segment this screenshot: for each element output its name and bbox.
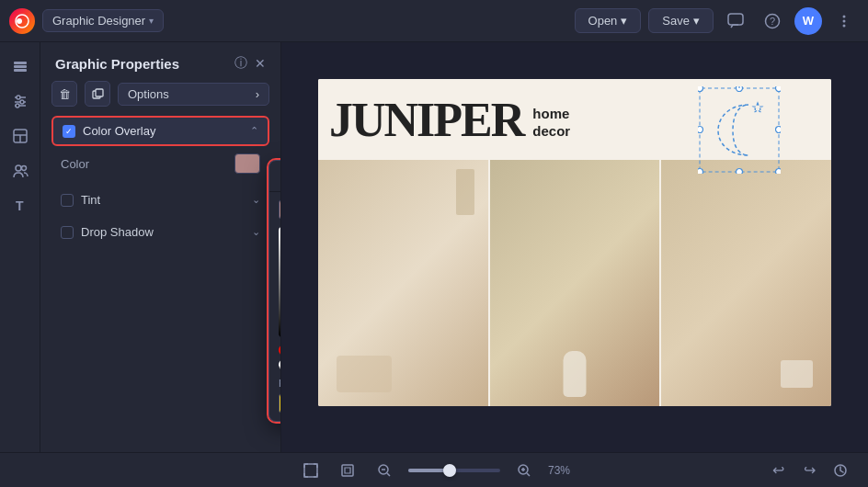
drop-shadow-section: Drop Shadow ⌄ [40,219,280,245]
photo-1 [318,160,488,406]
zoom-slider[interactable] [408,469,500,472]
drop-shadow-checkbox[interactable] [61,226,74,239]
color-overlay-section: ✓ Color Overlay ⌃ Color [40,116,280,181]
svg-point-36 [776,127,782,133]
icon-bar: T [0,42,40,452]
drop-shadow-row[interactable]: Drop Shadow ⌄ [51,219,269,245]
bottom-right-buttons: ↩ ↪ [765,458,853,483]
color-overlay-label: Color Overlay [83,124,243,138]
save-button[interactable]: Save ▾ [648,8,714,33]
svg-text:?: ? [770,16,775,27]
options-button[interactable]: Options › [118,83,269,106]
svg-line-49 [527,473,530,476]
svg-point-38 [698,127,703,133]
duplicate-button[interactable] [85,81,110,107]
delete-button[interactable]: 🗑 [51,81,77,107]
svg-point-32 [776,86,782,92]
info-icon[interactable]: ⓘ [234,55,247,72]
photo-grid [318,160,831,406]
tint-row[interactable]: Tint ⌄ [51,187,269,213]
app-title: Graphic Designer [52,14,145,28]
svg-text:T: T [16,198,24,213]
svg-point-6 [843,19,846,22]
tint-label: Tint [81,193,252,207]
svg-point-33 [698,169,703,175]
tint-chevron-icon: ⌄ [252,194,260,206]
svg-point-14 [20,100,24,104]
fit-icon-button[interactable] [335,458,360,483]
color-overlay-chevron-icon: ⌃ [250,125,258,137]
color-row: Color [51,146,269,181]
svg-rect-9 [14,65,27,68]
photo-3 [661,160,831,406]
user-avatar[interactable]: W [794,7,822,35]
layout-icon-button[interactable] [6,121,35,151]
panel-toolbar: 🗑 Options › [40,81,280,116]
expand-icon-button[interactable] [298,458,324,483]
svg-point-37 [737,169,743,175]
options-chevron-icon: › [256,87,259,101]
picker-tabs: Picker Library [269,161,281,192]
redo-button[interactable]: ↪ [796,458,822,483]
drop-shadow-chevron-icon: ⌄ [252,226,260,238]
open-button[interactable]: Open ▾ [575,8,642,33]
moon-selection [698,86,781,174]
text-icon-button[interactable]: T [6,191,35,221]
zoom-in-button[interactable] [511,458,537,483]
svg-rect-30 [700,88,779,172]
more-options-icon-button[interactable] [829,6,859,36]
svg-point-1 [17,18,22,24]
svg-point-34 [776,169,782,175]
zoom-value: 73% [548,464,570,477]
zoom-slider-thumb [443,464,456,477]
banner-sub-line1: home [532,105,570,123]
svg-rect-10 [14,69,27,72]
photo-2 [490,160,660,406]
tint-section: Tint ⌄ [40,187,280,213]
color-picker-popup: Picker Library [268,160,281,422]
color-overlay-toggle[interactable]: ✓ Color Overlay ⌃ [51,116,269,146]
svg-line-45 [387,473,390,476]
color-swatch[interactable] [234,153,260,174]
svg-rect-24 [96,89,103,96]
save-chevron-icon: ▾ [693,14,700,28]
panel-header: Graphic Properties ⓘ ✕ [40,42,280,81]
app-selector[interactable]: Graphic Designer ▾ [42,9,164,32]
app-chevron-icon: ▾ [149,16,154,26]
svg-point-7 [843,24,846,27]
chat-icon-button[interactable] [721,6,750,36]
people-icon-button[interactable] [6,156,35,186]
layers-icon-button[interactable] [6,51,35,81]
panel-title: Graphic Properties [55,56,227,72]
svg-point-5 [843,15,846,17]
properties-panel: Graphic Properties ⓘ ✕ 🗑 Options › ✓ Col… [40,42,281,452]
zoom-slider-fill [408,469,445,472]
color-row-label: Color [61,157,234,171]
undo-button[interactable]: ↩ [765,458,791,483]
svg-rect-42 [342,465,353,476]
canvas-background: JUNIPER home decor [318,79,831,406]
picker-body: + 100 Recent Colors [269,192,281,421]
topbar: Graphic Designer ▾ Open ▾ Save ▾ ? W [0,0,868,42]
color-overlay-checkbox[interactable]: ✓ [63,125,75,138]
open-chevron-icon: ▾ [621,14,627,28]
canvas-area[interactable]: JUNIPER home decor [281,42,868,452]
tint-checkbox[interactable] [61,194,74,207]
close-panel-icon[interactable]: ✕ [255,56,266,71]
app-logo[interactable] [9,8,35,34]
svg-point-16 [16,104,19,108]
adjustments-icon-button[interactable] [6,86,35,116]
drop-shadow-label: Drop Shadow [81,225,252,239]
svg-rect-8 [14,62,27,64]
main-area: T Graphic Properties ⓘ ✕ 🗑 Options › [0,42,868,452]
svg-rect-41 [304,464,317,477]
svg-point-20 [16,165,21,171]
zoom-out-button[interactable] [371,458,397,483]
svg-point-31 [698,86,703,92]
banner-text: JUNIPER [329,96,523,144]
banner-sub-line2: decor [532,122,570,141]
history-button[interactable] [828,458,853,483]
svg-point-12 [17,96,20,99]
bottom-bar: 73% ↩ ↪ [0,452,868,487]
help-icon-button[interactable]: ? [758,6,787,36]
